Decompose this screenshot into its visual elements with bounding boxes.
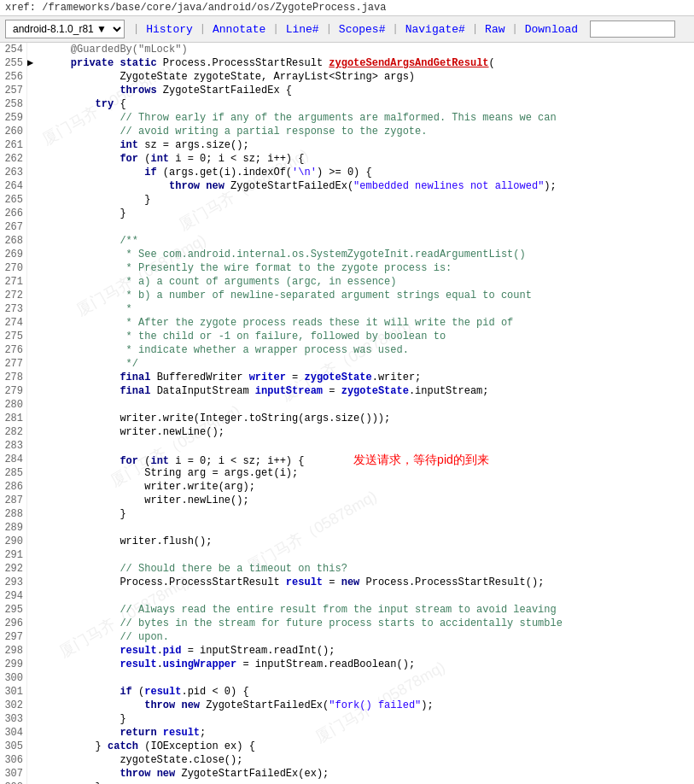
code-line-289 xyxy=(46,521,687,535)
code-line-305: } catch (IOException ex) { xyxy=(46,740,687,753)
ln-259: 259 xyxy=(3,111,23,125)
ln-268: 268 xyxy=(3,234,23,248)
code-line-264: throw new ZygoteStartFailedEx("embedded … xyxy=(46,179,687,193)
line-link[interactable]: Line# xyxy=(281,23,324,36)
code-line-274: * After the zygote process reads these i… xyxy=(46,316,687,330)
code-line-261: int sz = args.size(); xyxy=(46,138,687,152)
ln-257: 257 xyxy=(3,84,23,97)
ln-303: 303 xyxy=(3,712,23,726)
code-line-258: try { xyxy=(46,97,687,111)
ln-269: 269 xyxy=(3,248,23,261)
ln-300: 300 xyxy=(3,671,23,685)
code-line-299: result.usingWrapper = inputStream.readBo… xyxy=(46,658,687,671)
code-container: 厦门马齐（05878mq) 厦门马齐（05878mq) 厦门马齐（05878mq… xyxy=(0,43,694,784)
code-line-256: ZygoteState zygoteState, ArrayList<Strin… xyxy=(46,70,687,84)
code-line-273: * xyxy=(46,302,687,316)
code-line-293: Process.ProcessStartResult result = new … xyxy=(46,576,687,589)
ln-291: 291 xyxy=(3,548,23,562)
code-line-285: String arg = args.get(i); xyxy=(46,466,687,480)
code-line-290: writer.flush(); xyxy=(46,535,687,548)
code-line-284: for (int i = 0; i < sz; i++) { 发送请求，等待pi… xyxy=(46,453,687,466)
code-line-298: result.pid = inputStream.readInt(); xyxy=(46,644,687,658)
code-line-275: * the child or -1 on failure, followed b… xyxy=(46,330,687,343)
raw-link[interactable]: Raw xyxy=(480,23,510,36)
code-line-255: private static Process.ProcessStartResul… xyxy=(46,56,687,70)
ln-280: 280 xyxy=(3,398,23,412)
code-line-276: * indicate whether a wrapper process was… xyxy=(46,343,687,357)
code-line-302: throw new ZygoteStartFailedEx("fork() fa… xyxy=(46,699,687,712)
ln-293: 293 xyxy=(3,576,23,589)
code-line-304: return result; xyxy=(46,726,687,740)
code-line-296: // bytes in the stream for future proces… xyxy=(46,617,687,630)
breadcrumb: xref: /frameworks/base/core/java/android… xyxy=(0,0,694,16)
ln-286: 286 xyxy=(3,480,23,494)
code-line-262: for (int i = 0; i < sz; i++) { xyxy=(46,152,687,166)
code-line-267 xyxy=(46,220,687,234)
code-line-286: writer.write(arg); xyxy=(46,480,687,494)
code-line-306: zygoteState.close(); xyxy=(46,753,687,767)
code-line-268: /** xyxy=(46,234,687,248)
ln-283: 283 xyxy=(3,439,23,453)
ln-273: 273 xyxy=(3,302,23,316)
code-line-308: } xyxy=(46,781,687,784)
search-input[interactable] xyxy=(590,20,675,38)
ln-264: 264 xyxy=(3,179,23,193)
ln-285: 285 xyxy=(3,466,23,480)
ln-279: 279 xyxy=(3,384,23,398)
sep7: | xyxy=(512,23,518,35)
ln-301: 301 xyxy=(3,685,23,699)
sep5: | xyxy=(392,23,398,35)
version-select[interactable]: android-8.1.0_r81 ▼ xyxy=(5,20,125,38)
ln-290: 290 xyxy=(3,535,23,548)
ln-255: 255 xyxy=(3,56,23,70)
line-numbers: 254 255 256 257 258 259 260 261 262 263 … xyxy=(0,43,27,784)
code-line-282: writer.newLine(); xyxy=(46,425,687,439)
ln-272: 272 xyxy=(3,289,23,302)
navigate-link[interactable]: Navigate# xyxy=(400,23,470,36)
ln-289: 289 xyxy=(3,521,23,535)
ln-277: 277 xyxy=(3,357,23,371)
ln-297: 297 xyxy=(3,630,23,644)
ln-306: 306 xyxy=(3,753,23,767)
scopes-link[interactable]: Scopes# xyxy=(334,23,391,36)
code-line-257: throws ZygoteStartFailedEx { xyxy=(46,84,687,97)
code-line-300 xyxy=(46,671,687,685)
code-line-259: // Throw early if any of the arguments a… xyxy=(46,111,687,125)
ln-307: 307 xyxy=(3,767,23,781)
ln-275: 275 xyxy=(3,330,23,343)
code-line-265: } xyxy=(46,193,687,207)
ln-262: 262 xyxy=(3,152,23,166)
ln-304: 304 xyxy=(3,726,23,740)
ln-292: 292 xyxy=(3,562,23,576)
ln-305: 305 xyxy=(3,740,23,753)
ln-308: 308 xyxy=(3,781,23,784)
code-line-279: final DataInputStream inputStream = zygo… xyxy=(46,384,687,398)
ln-302: 302 xyxy=(3,699,23,712)
ln-284: 284 xyxy=(3,453,23,466)
code-line-295: // Always read the entire result from th… xyxy=(46,603,687,617)
code-area: @GuardedBy("mLock") private static Proce… xyxy=(39,43,694,784)
download-link[interactable]: Download xyxy=(520,23,583,36)
code-line-270: * Presently the wire format to the zygot… xyxy=(46,261,687,275)
sep2: | xyxy=(200,23,206,35)
ln-276: 276 xyxy=(3,343,23,357)
history-link[interactable]: History xyxy=(141,23,198,36)
ln-281: 281 xyxy=(3,412,23,425)
ln-271: 271 xyxy=(3,275,23,289)
ln-267: 267 xyxy=(3,220,23,234)
ln-298: 298 xyxy=(3,644,23,658)
sep1: | xyxy=(133,23,139,35)
code-line-278: final BufferedWriter writer = zygoteStat… xyxy=(46,371,687,384)
ln-282: 282 xyxy=(3,425,23,439)
code-line-280 xyxy=(46,398,687,412)
annotate-link[interactable]: Annotate xyxy=(207,23,271,36)
code-line-260: // avoid writing a partial response to t… xyxy=(46,125,687,138)
ln-261: 261 xyxy=(3,138,23,152)
code-line-294 xyxy=(46,589,687,603)
ln-288: 288 xyxy=(3,507,23,521)
sep6: | xyxy=(472,23,478,35)
ln-265: 265 xyxy=(3,193,23,207)
code-line-283 xyxy=(46,439,687,453)
sep3: | xyxy=(272,23,278,35)
code-line-269: * See com.android.internal.os.SystemZygo… xyxy=(46,248,687,261)
